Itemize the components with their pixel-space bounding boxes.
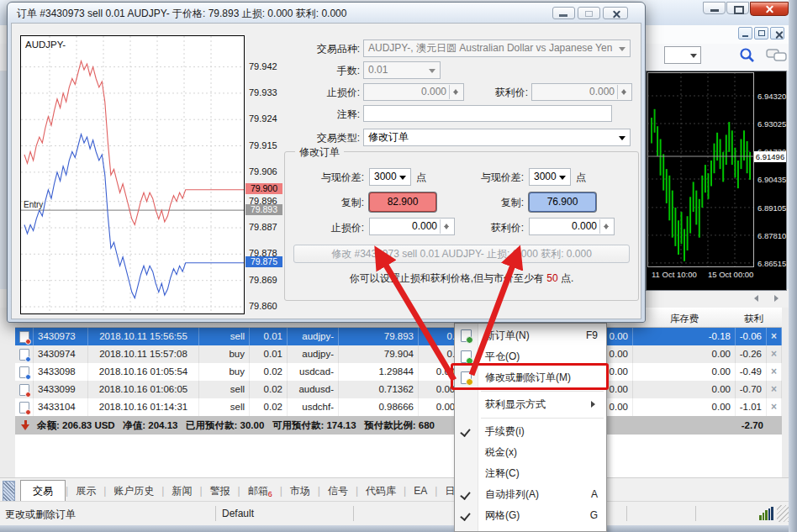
toolbar-dropdown[interactable]: [664, 46, 701, 64]
menu-shortcut: A: [591, 484, 598, 505]
order-row[interactable]: 34331042018.10.16 01:14:31sell0.02usdchf…: [15, 398, 782, 416]
menu-item[interactable]: 手续费(i): [455, 421, 606, 442]
copy-sl-price-button[interactable]: 82.900: [369, 192, 436, 212]
main-close-button[interactable]: [750, 2, 789, 16]
tab-EA[interactable]: EA: [406, 482, 435, 499]
price-tick: 79.933: [249, 87, 277, 97]
order-dialog[interactable]: 订单 #3430973 sell 0.01 AUDJPY- 于价格: 79.89…: [7, 2, 646, 323]
chat-icon[interactable]: [765, 47, 789, 66]
cell-profit: -0.26: [736, 345, 767, 363]
tab-信号[interactable]: 信号: [320, 481, 356, 501]
close-icon: [612, 9, 620, 17]
scroll-left-icon[interactable]: [751, 295, 758, 302]
modify-tp-value: 0.000: [572, 220, 597, 232]
note-text: 点.: [558, 272, 574, 284]
main-minimize-button[interactable]: [703, 2, 726, 14]
dialog-restore-button[interactable]: [578, 7, 600, 19]
status-profile[interactable]: Default: [222, 508, 254, 519]
price-tick: 79.915: [249, 140, 277, 150]
tab-新闻[interactable]: 新闻: [164, 481, 199, 501]
cell-time: 2018.10.16 01:06:05: [88, 381, 199, 398]
mt4-application-window: { "colors": { "sell_button": "#f28080", …: [0, 0, 797, 532]
order-type-icon: [19, 384, 29, 396]
svg-text:AUDJPY-: AUDJPY-: [25, 40, 66, 50]
order-type-select[interactable]: 修改订单: [363, 129, 631, 146]
tab-交易[interactable]: 交易: [20, 480, 66, 503]
close-order-icon[interactable]: ×: [771, 366, 777, 377]
chart-minimize-button[interactable]: [738, 27, 752, 40]
balance-row: 余额: 206.83 USD 净值: 204.13 已用预付款: 30.00 可…: [15, 416, 782, 435]
spin-down-icon: [604, 226, 609, 232]
close-order-icon[interactable]: ×: [771, 348, 777, 360]
chart-restore-button[interactable]: [754, 27, 768, 40]
close-icon: [765, 4, 774, 13]
chart-close-button[interactable]: [770, 27, 784, 40]
cell-time: 2018.10.11 15:56:55: [88, 328, 199, 345]
spin-down-icon: [621, 92, 626, 97]
tab-市场[interactable]: 市场: [282, 481, 318, 501]
spinner-buttons[interactable]: [440, 219, 453, 234]
entry-price-tag: 79.893: [245, 204, 282, 215]
order-type-icon: [19, 349, 29, 361]
modify-note: 你可以设置止损和获利价格,但与市价至少有 50 点.: [285, 271, 638, 286]
close-order-icon[interactable]: ×: [771, 401, 777, 413]
copy-tp-price-button[interactable]: 76.900: [529, 192, 596, 212]
note-text: 你可以设置止损和获利价格,但与市价至少有: [350, 272, 547, 284]
cell-swap: 0.00: [633, 398, 736, 416]
tab-邮箱[interactable]: 邮箱6: [240, 481, 280, 501]
tab-账户历史[interactable]: 账户历史: [106, 481, 161, 501]
tab-警报[interactable]: 警报: [203, 481, 238, 501]
menu-item[interactable]: 网格(G)G: [455, 505, 606, 526]
order-row[interactable]: 34330982018.10.16 01:05:54buy0.02usdcad-…: [15, 363, 782, 381]
menu-item[interactable]: 自动排列(A)A: [455, 484, 606, 505]
menu-item[interactable]: 注释(C): [455, 463, 606, 484]
menu-item[interactable]: 税金(x): [455, 442, 606, 463]
main-maximize-button[interactable]: [726, 2, 749, 14]
modify-sl-field[interactable]: 0.000: [369, 218, 455, 235]
spinner-buttons[interactable]: [599, 219, 613, 234]
tab-展示[interactable]: 展示: [68, 481, 103, 501]
points-label-sl: 点: [393, 171, 426, 185]
menu-item-label: 新订单(N): [485, 329, 530, 341]
zoom-icon[interactable]: [738, 47, 757, 66]
close-order-icon[interactable]: ×: [771, 330, 777, 342]
order-row[interactable]: 34309732018.10.11 15:56:55sell0.01audjpy…: [15, 328, 782, 345]
comment-input[interactable]: [363, 105, 612, 122]
symbol-select: AUDJPY-, 澳元日圆 Australian Dollar vs Japan…: [363, 40, 631, 57]
chevron-down-icon: [690, 54, 697, 61]
tab-代码库[interactable]: 代码库: [358, 481, 404, 501]
menu-shortcut: F9: [586, 325, 598, 346]
order-row[interactable]: 34309742018.10.11 15:57:08buy0.01audjpy-…: [15, 345, 782, 363]
column-header-swap[interactable]: 库存费: [633, 313, 736, 325]
minimize-icon: [742, 35, 748, 37]
order-row[interactable]: 34330992018.10.16 01:06:05sell0.02audusd…: [15, 381, 782, 398]
cell-lots: 0.01: [250, 345, 288, 363]
dialog-minimize-button[interactable]: [552, 7, 575, 19]
cell-symbol: audjpy-: [288, 328, 339, 345]
chevron-down-icon: [619, 47, 625, 55]
price-tick: 6.94320: [757, 92, 786, 101]
dialog-close-button[interactable]: [603, 7, 628, 19]
restore-icon: [758, 30, 765, 36]
scroll-right-icon[interactable]: [774, 295, 782, 302]
symbol-label: 交易品种:: [286, 42, 360, 56]
price-tick: 6.89105: [757, 203, 786, 213]
check-icon: [460, 426, 470, 437]
close-order-icon[interactable]: ×: [771, 383, 777, 395]
cell-type: sell: [199, 398, 250, 416]
comment-label: 注释:: [286, 108, 360, 122]
menu-item[interactable]: 新订单(N)F9: [455, 325, 606, 346]
market-chart-window[interactable]: 6.943206.930256.917306.904356.891056.878…: [646, 71, 787, 291]
cell-swap: 0.00: [633, 345, 736, 363]
market-chart-plot: [647, 72, 754, 267]
modify-order-button[interactable]: 修改 #3430973 sell 0.01 AUDJPY- 止损: 0.000 …: [293, 245, 630, 263]
cell-type: buy: [199, 363, 250, 381]
modify-tp-field[interactable]: 0.000: [529, 218, 615, 235]
menu-item-label: 平仓(O): [485, 350, 520, 362]
menu-item[interactable]: 获利显示方式: [455, 394, 606, 415]
status-separator: [353, 506, 354, 521]
takeprofit-value: 0.000: [589, 86, 615, 97]
column-header-profit[interactable]: 获利: [736, 313, 763, 325]
new-order-icon: [461, 329, 472, 342]
cell-lots: 0.02: [250, 398, 288, 416]
